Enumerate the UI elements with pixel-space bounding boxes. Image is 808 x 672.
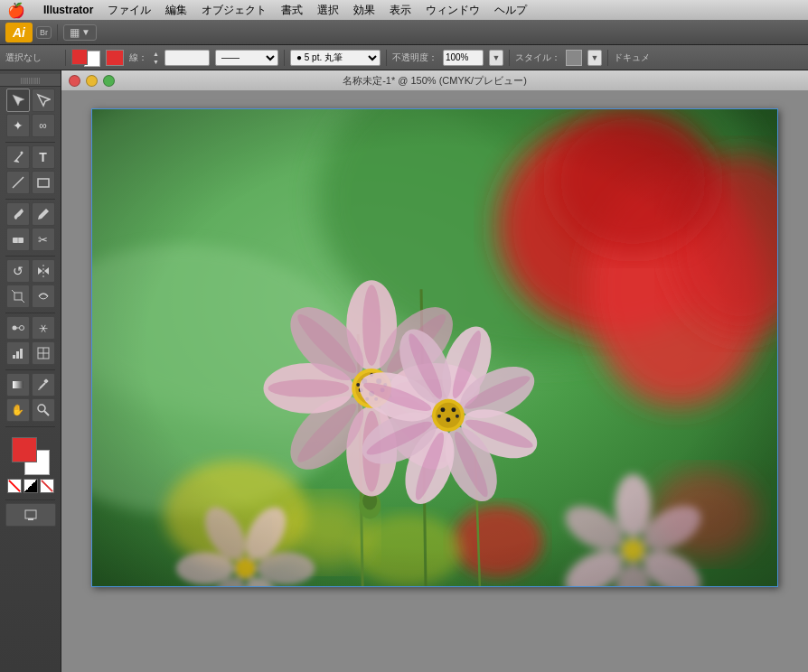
svg-rect-27 [28,518,33,520]
svg-line-8 [12,290,14,293]
gradient-tool[interactable] [6,373,30,397]
document-window: 名称未定-1* @ 150% (CMYK/プレビュー) [61,70,808,672]
tool-row-rotate: ↺ [0,259,61,283]
tool-row-gradient [0,373,61,397]
svg-line-1 [13,177,23,188]
canvas-area: 名称未定-1* @ 150% (CMYK/プレビュー) [61,70,808,672]
eraser-tool[interactable] [6,228,30,251]
stroke-down-arrow[interactable]: ▼ [153,58,159,66]
text-tool[interactable]: T [32,145,55,169]
tool-sep-4 [5,313,55,313]
selection-status: 選択なし [5,51,60,64]
tool-sep-2 [5,199,55,200]
tool-row-pen: T [0,145,61,169]
reflect-tool[interactable] [32,259,55,283]
svg-rect-14 [16,351,19,359]
tool-sep-1 [5,142,55,143]
tool-sep-7 [5,499,55,500]
artboard[interactable] [91,108,778,587]
apple-menu[interactable]: 🍎 [7,2,25,19]
rect-tool[interactable] [32,171,55,194]
style-arrow-btn[interactable]: ▼ [587,50,602,66]
paintbrush-tool[interactable] [6,202,30,226]
foreground-color-swatch[interactable] [12,437,37,462]
menu-effect[interactable]: 効果 [353,3,375,18]
menu-format[interactable]: 書式 [281,3,303,18]
svg-point-10 [12,326,16,331]
hand-tool[interactable]: ✋ [6,398,30,422]
blend-tool[interactable] [6,316,30,340]
bridge-button[interactable]: Br [36,26,52,39]
rotate-tool[interactable]: ↺ [6,259,30,283]
maximize-button[interactable] [103,75,115,87]
stroke-stepper[interactable]: ▲ ▼ [153,50,159,66]
sep3 [386,50,387,66]
workspace-arrow: ▼ [81,27,90,37]
menu-select[interactable]: 選択 [317,3,339,18]
pen-tool[interactable] [6,145,30,169]
options-bar: 選択なし 線： ▲ ▼ —— ● 5 pt. 丸筆 不透明度： ▼ スタイル： … [0,45,808,70]
none-swatch[interactable] [7,479,22,493]
stroke-style-select[interactable]: —— [215,50,278,66]
color-swatch-area [0,434,61,497]
screen-mode-tool[interactable] [5,503,56,527]
style-swatch[interactable] [566,50,582,66]
menu-view[interactable]: 表示 [390,3,411,18]
document-titlebar: 名称未定-1* @ 150% (CMYK/プレビュー) [61,70,808,90]
magic-wand-tool[interactable]: ✦ [6,114,30,137]
select-tool[interactable] [6,89,30,112]
document-title: 名称未定-1* @ 150% (CMYK/プレビュー) [343,74,527,88]
style-label: スタイル： [515,51,560,64]
sep4 [509,50,510,66]
direct-select-tool[interactable] [32,89,55,112]
warp-tool[interactable] [32,285,55,308]
opacity-label: 不透明度： [392,51,437,64]
minimize-button[interactable] [86,75,98,87]
toolbox: |||||||||||| ✦ ∞ T [0,70,61,672]
opacity-arrow-btn[interactable]: ▼ [489,50,503,66]
black-white-swatch[interactable] [23,479,38,493]
mesh-tool[interactable] [32,341,55,365]
document-content[interactable] [61,90,808,672]
workspace-icon: ▦ [70,26,80,39]
scissors-tool[interactable]: ✂ [32,228,55,251]
tool-row-select [0,89,61,112]
menu-window[interactable]: ウィンドウ [426,3,480,18]
eyedropper-tool[interactable] [32,373,55,397]
stroke-color-box[interactable] [106,50,124,66]
menu-object[interactable]: オブジェクト [202,3,267,18]
line-tool[interactable] [6,171,30,194]
scale-tool[interactable] [6,285,30,308]
tool-row-brush [0,202,61,226]
tool-row-eraser: ✂ [0,228,61,251]
workspace-switcher[interactable]: ▦ ▼ [63,24,97,41]
symbol-tool[interactable]: ⚹ [32,316,55,340]
stroke-inner [74,51,83,61]
swatch-stack[interactable] [12,437,50,475]
stroke-width-input[interactable] [164,50,210,66]
tool-sep-6 [5,426,55,427]
opacity-input[interactable] [443,50,484,66]
pencil-tool[interactable] [32,202,55,226]
stroke-up-arrow[interactable]: ▲ [153,50,159,58]
zoom-tool[interactable] [32,398,55,422]
menu-edit[interactable]: 編集 [165,3,187,18]
stroke-label: 線： [129,51,147,64]
flower-image [92,109,777,586]
svg-line-23 [44,411,49,415]
ai-logo: Ai [5,23,33,42]
graph-tool[interactable] [6,341,30,365]
stroke-fill-icon[interactable] [71,49,100,67]
menu-file[interactable]: ファイル [108,3,151,18]
app-name-menu[interactable]: Illustrator [43,4,93,16]
mac-menubar: 🍎 Illustrator ファイル 編集 オブジェクト 書式 選択 効果 表示… [0,0,808,20]
red-diagonal-swatch[interactable] [40,479,54,493]
close-button[interactable] [69,75,80,87]
menu-help[interactable]: ヘルプ [494,3,527,18]
brush-select[interactable]: ● 5 pt. 丸筆 [290,50,381,66]
small-swatches [7,479,54,493]
lasso-tool[interactable]: ∞ [32,114,55,137]
svg-point-22 [38,405,45,412]
doc-label: ドキュメ [614,51,650,64]
svg-rect-19 [13,381,23,388]
